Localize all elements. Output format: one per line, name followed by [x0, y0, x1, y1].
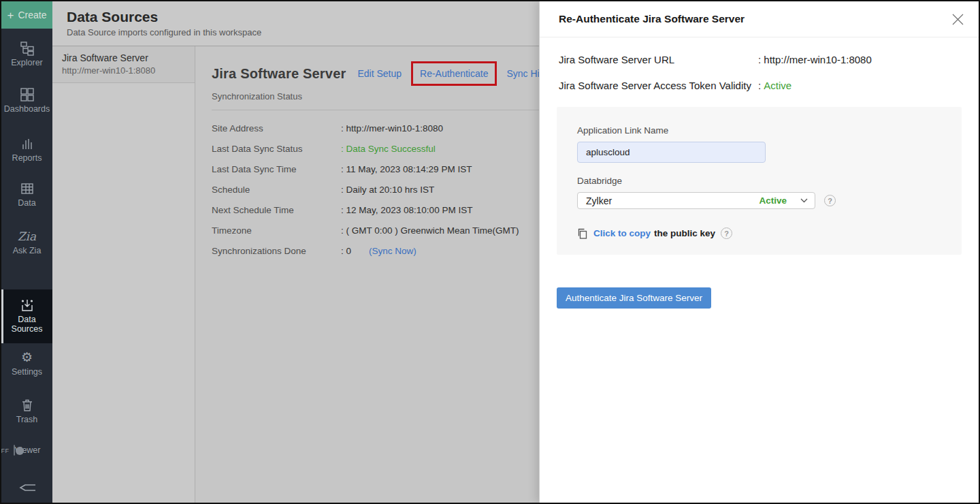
databridge-select[interactable]: Zylker Active	[577, 192, 815, 209]
field-value: ( GMT 0:00 ) Greenwich Mean Time(GMT)	[346, 225, 519, 236]
field-label: Site Address	[212, 123, 341, 133]
public-key-text: the public key	[654, 228, 715, 238]
field-value: 11 May, 2023 08:14:29 PM IST	[346, 164, 472, 174]
toggle-knob	[16, 447, 24, 455]
re-auth-form-card: Application Link Name Databridge Zylker …	[557, 107, 962, 255]
panel-header: Re-Authenticate Jira Software Server	[540, 1, 979, 37]
application-link-name-label: Application Link Name	[577, 125, 941, 136]
data-source-url: http://mer-win10-1:8080	[62, 65, 189, 76]
zia-icon: Zia	[1, 229, 52, 244]
re-authenticate-link[interactable]: Re-Authenticate	[420, 68, 488, 79]
sidebar-item-label: Settings	[12, 367, 42, 377]
data-source-list: Jira Software Server http://mer-win10-1:…	[52, 46, 195, 504]
field-label: Schedule	[212, 185, 341, 195]
application-link-name-input[interactable]	[577, 142, 766, 163]
token-status-badge: Active	[764, 80, 791, 91]
bar-chart-icon	[1, 136, 52, 151]
public-key-copy-row: Click to copy the public key ?	[577, 227, 941, 239]
databridge-selected-value: Zylker	[586, 195, 759, 206]
field-value: http://mer-win10-1:8080	[346, 123, 444, 133]
sidebar-item-label: Trash	[16, 415, 38, 424]
app-window: + Create Explorer Dashboards Reports	[0, 0, 980, 504]
sidebar-item-data-sources[interactable]: Data Sources	[1, 289, 52, 343]
data-source-name: Jira Software Server	[62, 52, 189, 63]
field-value: 12 May, 2023 08:10:00 PM IST	[346, 205, 473, 215]
panel-info-row-token-validity: Jira Software Server Access Token Validi…	[559, 80, 960, 91]
databridge-help-icon[interactable]: ?	[824, 195, 836, 206]
field-label: Timezone	[212, 225, 341, 236]
sidebar-item-trash[interactable]: Trash	[1, 398, 52, 424]
create-button-label: Create	[18, 10, 46, 20]
public-key-help-icon[interactable]: ?	[721, 227, 732, 239]
field-label: Next Schedule Time	[212, 205, 341, 215]
copy-icon	[577, 228, 588, 239]
field-value: Daily at 20:10 hrs IST	[346, 185, 435, 195]
close-button[interactable]	[950, 12, 965, 27]
hierarchy-icon	[1, 41, 52, 56]
panel-info-row-url: Jira Software Server URL : http://mer-wi…	[559, 54, 960, 65]
sidebar-item-label: Dashboards	[4, 104, 50, 114]
info-label: Jira Software Server Access Token Validi…	[559, 80, 758, 91]
re-authenticate-panel: Re-Authenticate Jira Software Server Jir…	[539, 1, 979, 503]
sync-now-link[interactable]: (Sync Now)	[369, 246, 416, 256]
field-value: 0	[346, 246, 352, 256]
gear-icon: ⚙	[1, 350, 52, 365]
collapse-arrow-icon	[17, 481, 37, 494]
edit-setup-link[interactable]: Edit Setup	[357, 68, 402, 79]
collapse-sidebar-button[interactable]	[1, 481, 52, 497]
plus-icon: +	[7, 10, 14, 21]
field-label: Synchronizations Done	[212, 246, 341, 256]
close-icon	[951, 13, 964, 26]
grid-icon	[1, 87, 52, 102]
sidebar-item-data[interactable]: Data	[1, 181, 52, 208]
re-authenticate-highlight-box: Re-Authenticate	[411, 61, 497, 86]
field-value-status: Data Sync Successful	[346, 144, 436, 154]
import-icon	[1, 298, 52, 313]
field-label: Last Data Sync Time	[212, 164, 341, 174]
authenticate-button[interactable]: Authenticate Jira Software Server	[557, 287, 711, 309]
viewer-toggle[interactable]: OFF	[14, 445, 15, 456]
sidebar-item-explorer[interactable]: Explorer	[1, 41, 52, 67]
chevron-down-icon	[800, 198, 808, 203]
sidebar-item-label: Data	[18, 198, 35, 208]
sidebar-item-ask-zia[interactable]: Zia Ask Zia	[1, 229, 52, 255]
data-source-list-item[interactable]: Jira Software Server http://mer-win10-1:…	[52, 46, 195, 83]
click-to-copy-link[interactable]: Click to copy	[593, 228, 651, 238]
field-label: Last Data Sync Status	[212, 144, 341, 154]
trash-icon	[1, 398, 52, 413]
toggle-state-label: OFF	[0, 447, 10, 454]
create-button[interactable]: + Create	[1, 1, 52, 29]
info-value: http://mer-win10-1:8080	[764, 54, 871, 65]
sidebar-item-settings[interactable]: ⚙ Settings	[1, 350, 52, 377]
detail-title: Jira Software Server	[212, 66, 346, 82]
sidebar-item-label: Ask Zia	[13, 246, 42, 255]
sidebar: + Create Explorer Dashboards Reports	[1, 1, 52, 503]
table-icon	[1, 181, 52, 196]
info-label: Jira Software Server URL	[559, 54, 758, 65]
viewer-toggle-item: OFF Viewer	[1, 445, 52, 455]
sidebar-item-label: Data	[18, 315, 35, 324]
panel-title: Re-Authenticate Jira Software Server	[559, 13, 950, 25]
sidebar-item-reports[interactable]: Reports	[1, 136, 52, 163]
databridge-status-badge: Active	[759, 195, 787, 206]
sidebar-item-label: Explorer	[11, 58, 43, 67]
sidebar-item-dashboards[interactable]: Dashboards	[1, 87, 52, 114]
sidebar-item-label: Reports	[12, 153, 42, 163]
sidebar-item-label2: Sources	[12, 324, 43, 334]
databridge-label: Databridge	[577, 176, 941, 186]
